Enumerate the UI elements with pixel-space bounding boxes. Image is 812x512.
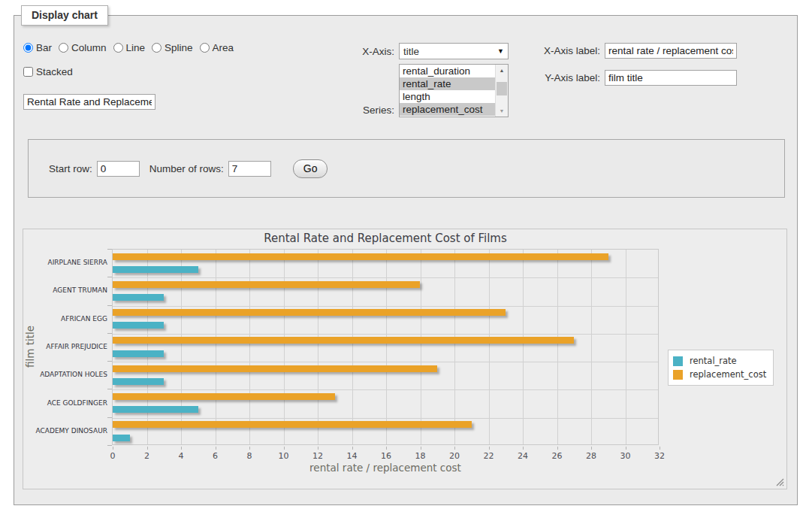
grid-vline [421, 250, 421, 444]
y-tick-label: AGENT TRUMAN [26, 286, 107, 294]
scroll-down-icon[interactable]: ▼ [496, 105, 508, 117]
x-tick-mark [352, 447, 353, 450]
x-tick-label: 10 [273, 451, 295, 461]
x-tick-mark [421, 447, 421, 450]
grid-hline [113, 306, 658, 307]
x-tick-mark [216, 447, 216, 450]
chart-type-option-line[interactable]: Line [113, 42, 146, 53]
series-option-length[interactable]: length [400, 90, 495, 103]
grid-vline [216, 250, 216, 444]
bar-rental_rate [113, 406, 198, 413]
bar-replacement_cost [113, 337, 574, 344]
scrollbar-thumb[interactable] [497, 82, 507, 95]
y-tick-label: ACADEMY DINOSAUR [26, 427, 107, 435]
grid-vline [318, 250, 318, 444]
x-tick-label: 2 [136, 451, 158, 461]
num-rows-input[interactable] [228, 161, 271, 177]
chart-type-option-column[interactable]: Column [59, 42, 107, 53]
go-button[interactable]: Go [293, 159, 328, 178]
start-row-label: Start row: [49, 163, 92, 174]
x-tick-mark [454, 447, 455, 450]
chart-type-radio-line[interactable] [113, 43, 123, 53]
xaxis-label-input[interactable] [605, 43, 737, 59]
y-tick-mark [107, 417, 112, 418]
series-listbox[interactable]: rental_durationrental_ratelengthreplacem… [399, 64, 509, 117]
chart-type-radio-column[interactable] [59, 43, 68, 53]
y-tick-mark [107, 361, 112, 362]
chart-type-label: Bar [36, 42, 52, 53]
x-tick-mark [489, 447, 490, 450]
x-tick-label: 6 [204, 451, 227, 461]
rows-panel: Start row: Number of rows: Go [28, 139, 785, 198]
y-tick-label: AIRPLANE SIERRA [26, 259, 107, 266]
grid-hline [113, 389, 658, 390]
grid-vline [557, 250, 558, 444]
grid-vline [181, 250, 182, 444]
chart-title-input[interactable] [23, 94, 155, 110]
chart-type-radio-bar[interactable] [23, 43, 33, 53]
bar-replacement_cost [113, 253, 608, 260]
grid-vline [147, 250, 148, 444]
stacked-checkbox-row[interactable]: Stacked [23, 66, 73, 77]
bar-rental_rate [113, 378, 164, 385]
grid-vline [386, 250, 387, 444]
bar-rental_rate [113, 266, 198, 273]
chevron-down-icon: ▼ [497, 48, 504, 55]
xaxis-selected-value: title [403, 46, 419, 57]
stacked-label: Stacked [36, 66, 73, 77]
series-row: Series: rental_durationrental_ratelength… [342, 64, 509, 117]
chart-type-label: Spline [165, 42, 193, 53]
series-scrollbar[interactable]: ▲ ▼ [495, 65, 508, 117]
bar-rental_rate [113, 350, 164, 357]
chart-type-option-area[interactable]: Area [200, 42, 234, 53]
y-tick-label: AFFAIR PREJUDICE [26, 343, 107, 350]
legend-entry-replacement_cost: replacement_cost [673, 368, 766, 381]
x-tick-label: 4 [170, 451, 192, 461]
x-tick-label: 14 [341, 451, 364, 461]
y-tick-mark [107, 445, 112, 446]
y-tick-label: ACE GOLDFINGER [26, 399, 107, 407]
chart-type-option-spline[interactable]: Spline [152, 42, 193, 53]
x-tick-label: 20 [443, 451, 466, 461]
chart-type-label: Line [126, 42, 146, 53]
resize-handle-icon[interactable] [776, 478, 784, 486]
legend-swatch [673, 356, 683, 366]
x-tick-mark [113, 447, 113, 450]
y-tick-mark [107, 305, 112, 306]
grid-vline [626, 250, 626, 444]
chart-title: Rental Rate and Replacement Cost of Film… [112, 232, 659, 245]
x-tick-label: 8 [238, 451, 261, 461]
grid-vline [284, 250, 285, 444]
chart-type-radio-area[interactable] [200, 43, 210, 53]
bar-rental_rate [113, 294, 164, 301]
yaxis-label-caption: Y-Axis label: [536, 72, 600, 83]
x-tick-label: 32 [648, 451, 671, 461]
grid-hline [113, 418, 658, 419]
yaxis-label-input[interactable] [605, 70, 737, 86]
bar-replacement_cost [113, 365, 437, 372]
x-tick-mark [147, 447, 148, 450]
grid-vline [454, 250, 455, 444]
stacked-checkbox[interactable] [23, 67, 33, 77]
x-tick-label: 18 [409, 451, 432, 461]
y-tick-label: ADAPTATION HOLES [26, 371, 107, 378]
x-tick-label: 24 [512, 451, 534, 461]
bar-replacement_cost [113, 421, 472, 428]
series-option-rental_rate[interactable]: rental_rate [400, 77, 495, 90]
x-axis-title: rental rate / replacement cost [112, 462, 659, 474]
x-tick-label: 12 [306, 451, 329, 461]
chart-type-option-bar[interactable]: Bar [23, 42, 52, 53]
series-option-replacement_cost[interactable]: replacement_cost [400, 103, 495, 116]
fieldset-legend: Display chart [21, 5, 108, 26]
series-option-rental_duration[interactable]: rental_duration [400, 65, 495, 77]
xaxis-select[interactable]: title ▼ [399, 43, 509, 59]
scrollbar-track[interactable] [496, 76, 508, 105]
chart-panel: Rental Rate and Replacement Cost of Film… [23, 229, 787, 489]
scroll-up-icon[interactable]: ▲ [496, 65, 508, 76]
chart-type-radio-spline[interactable] [152, 43, 161, 53]
x-tick-label: 0 [101, 451, 124, 461]
bar-replacement_cost [113, 281, 420, 288]
legend-label: rental_rate [690, 356, 737, 366]
start-row-input[interactable] [97, 161, 140, 177]
chart-type-radio-group: BarColumnLineSplineArea [23, 42, 240, 53]
